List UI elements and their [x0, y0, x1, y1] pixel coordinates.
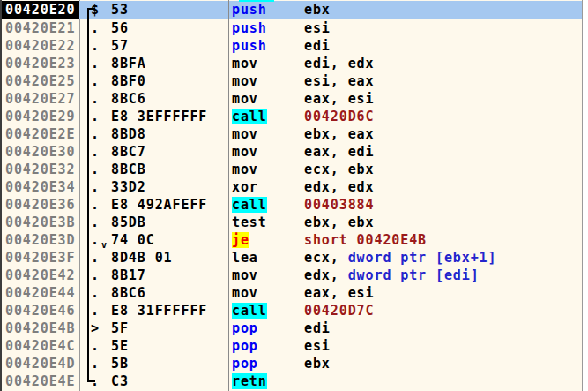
mnemonic: mov [232, 90, 304, 108]
marker-cell: . [79, 196, 111, 214]
mnemonic: retn [232, 372, 304, 390]
mnemonic-text: pop [232, 320, 258, 336]
instruction-cell: pushesi [227, 19, 583, 37]
mnemonic-text: call [232, 109, 267, 124]
instruction-cell: pushebx [227, 1, 583, 19]
marker-cell: . [79, 337, 111, 355]
instruction-cell: retn [227, 372, 583, 390]
address-cell: 00420E4D [2, 355, 79, 372]
opcode-bytes-cell: 74 0C [111, 231, 227, 249]
address-cell: 00420E36 [2, 196, 79, 214]
mnemonic: mov [232, 72, 304, 90]
mnemonic: mov [232, 267, 304, 284]
operand-segment: edi [304, 320, 331, 336]
mnemonic-text: mov [232, 162, 258, 177]
marker-cell: $ [79, 1, 111, 19]
opcode-bytes-cell: 8BC7 [111, 143, 227, 161]
marker-cell: > [79, 320, 111, 337]
marker-cell: . [79, 161, 111, 178]
opcode-bytes-cell: 53 [111, 1, 227, 19]
operands: edi [304, 38, 331, 54]
mnemonic: pop [232, 355, 304, 372]
partial-row-above-call-highlight [239, 0, 274, 2]
address-cell: 00420E23 [2, 55, 79, 72]
operands: esi [304, 338, 331, 354]
disassembly-pane[interactable]: 00420E20 $ 53 pushebx 00420E21 . 56 push… [0, 0, 583, 391]
mnemonic-text: push [232, 20, 267, 36]
opcode-bytes-cell: 5E [111, 337, 227, 355]
mnemonic: je [232, 231, 304, 249]
address-cell: 00420E2E [2, 125, 79, 143]
address-cell: 00420E42 [2, 267, 79, 284]
operands: eax, esi [304, 91, 374, 107]
address-cell: 00420E34 [2, 178, 79, 196]
opcode-bytes-cell: C3 [111, 372, 227, 390]
address-cell: 00420E29 [2, 108, 79, 125]
opcode-bytes-cell: 8BC6 [111, 90, 227, 108]
operand-segment: short 00420E4B [304, 232, 427, 248]
operand-segment: eax, edi [304, 144, 374, 160]
opcode-bytes-cell: 8BD8 [111, 125, 227, 143]
address-cell: 00420E20 [2, 1, 79, 19]
opcode-bytes-cell: 5B [111, 355, 227, 372]
operand-segment: esi, eax [304, 73, 374, 89]
mnemonic: pop [232, 320, 304, 337]
instruction-cell: moveax, esi [227, 90, 583, 108]
marker-cell: . [79, 108, 111, 125]
instruction-cell: xoredx, edx [227, 178, 583, 196]
instruction-cell: movecx, ebx [227, 161, 583, 178]
mnemonic-text: mov [232, 56, 258, 71]
address-cell: 00420E3F [2, 249, 79, 267]
instruction-cell: jeshort 00420E4B [227, 231, 583, 249]
operands: ebx [304, 2, 331, 18]
operands: ecx, dword ptr [ebx+1] [304, 250, 496, 266]
opcode-bytes-cell: 5F [111, 320, 227, 337]
operand-segment: 00420D6C [304, 109, 374, 124]
instruction-cell: popedi [227, 320, 583, 337]
operands: esi, eax [304, 73, 374, 89]
marker-cell: . [79, 284, 111, 302]
marker-cell: . [79, 249, 111, 267]
opcode-bytes-cell: 56 [111, 19, 227, 37]
marker-cell: . [79, 90, 111, 108]
address-cell: 00420E3D [2, 231, 79, 249]
marker-cell: . [79, 19, 111, 37]
mnemonic-text: mov [232, 267, 258, 283]
operands: edx, dword ptr [edi] [304, 267, 480, 283]
mnemonic: xor [232, 178, 304, 196]
operand-segment: ebx, eax [304, 126, 374, 142]
mnemonic-text: retn [232, 373, 267, 389]
instruction-cell: moveax, esi [227, 284, 583, 302]
opcode-bytes-cell: 85DB [111, 214, 227, 231]
operands: ebx, ebx [304, 214, 374, 230]
function-bracket-top [87, 8, 95, 10]
mnemonic: mov [232, 125, 304, 143]
mnemonic-text: call [232, 303, 267, 319]
mnemonic: pop [232, 337, 304, 355]
function-bracket-bottom [87, 380, 95, 382]
opcode-column-separator[interactable] [228, 0, 229, 391]
instruction-cell: movebx, eax [227, 125, 583, 143]
address-cell: 00420E4E [2, 372, 79, 390]
operand-segment: dword ptr [edi] [348, 267, 480, 283]
opcode-bytes-cell: 57 [111, 37, 227, 55]
operands: edi [304, 320, 331, 336]
operands: short 00420E4B [304, 232, 427, 248]
operand-segment: ebx, ebx [304, 214, 374, 230]
opcode-bytes-cell: E8 31FFFFFF [111, 302, 227, 320]
operand-segment: ebx [304, 2, 331, 18]
opcode-bytes-cell: 8BFA [111, 55, 227, 72]
mnemonic: test [232, 214, 304, 231]
operand-segment: edx, edx [304, 179, 374, 195]
operand-segment: edx, [304, 267, 348, 283]
operand-segment: ecx, [304, 250, 348, 266]
marker-cell: . [79, 178, 111, 196]
mnemonic: mov [232, 55, 304, 72]
operand-segment: ecx, ebx [304, 162, 374, 177]
marker-cell: . [79, 143, 111, 161]
address-cell: 00420E32 [2, 161, 79, 178]
operands: ebx, eax [304, 126, 374, 142]
address-cell: 00420E22 [2, 37, 79, 55]
marker-cell: . [79, 214, 111, 231]
instruction-cell: call00420D7C [227, 302, 583, 320]
